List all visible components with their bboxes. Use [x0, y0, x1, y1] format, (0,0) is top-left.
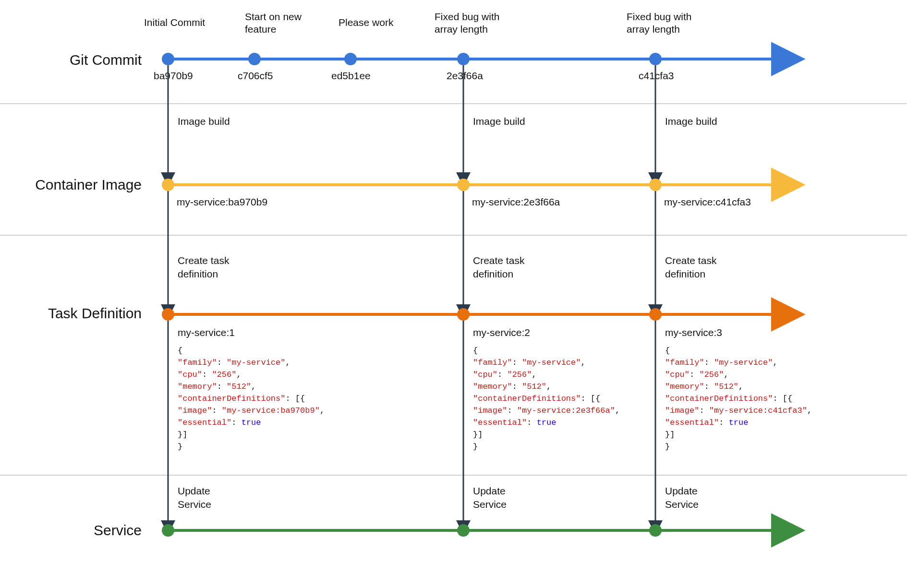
image-tag: my-service:c41cfa3: [664, 196, 751, 207]
taskdef-node: [649, 308, 662, 321]
svg-text:}]: }]: [178, 430, 187, 439]
step-create-taskdef: definition: [665, 268, 705, 279]
commit-hash: c706cf5: [238, 70, 273, 81]
step-update-service: Service: [473, 499, 507, 510]
pipeline-diagram: Git Commit Container Image Task Definiti…: [0, 0, 907, 588]
svg-text:"family": "my-service",: "family": "my-service",: [473, 358, 586, 367]
svg-text:"containerDefinitions": [{: "containerDefinitions": [{: [178, 394, 305, 403]
svg-text:{: {: [473, 346, 478, 355]
service-node: [162, 524, 174, 537]
step-image-build: Image build: [178, 116, 230, 127]
taskdef-name: my-service:2: [473, 327, 530, 338]
svg-text:}: }: [473, 442, 478, 451]
step-create-taskdef: Create task: [178, 255, 230, 266]
commit-msg: Fixed bug with: [627, 11, 691, 22]
commit-msg: Please work: [339, 17, 394, 28]
row-label-service: Service: [94, 522, 142, 538]
svg-text:}: }: [178, 442, 182, 451]
svg-text:"image": "my-service:c41cfa3",: "image": "my-service:c41cfa3",: [665, 406, 812, 415]
commit-node: [344, 53, 357, 65]
svg-text:"memory": "512",: "memory": "512",: [665, 382, 743, 391]
svg-text:"containerDefinitions": [{: "containerDefinitions": [{: [473, 394, 600, 403]
commit-hash: ba970b9: [154, 70, 193, 81]
taskdef-json: { "family": "my-service", "cpu": "256", …: [473, 346, 620, 451]
image-node: [457, 179, 470, 191]
commit-msg: array length: [435, 24, 488, 35]
svg-text:"essential": true: "essential": true: [665, 418, 748, 427]
commit-node: [457, 53, 470, 65]
step-create-taskdef: Create task: [473, 255, 525, 266]
svg-text:"cpu": "256",: "cpu": "256",: [665, 370, 729, 379]
commit-node: [162, 53, 174, 65]
commit-msg: array length: [627, 24, 680, 35]
taskdef-node: [162, 308, 174, 321]
svg-text:}: }: [665, 442, 670, 451]
commit-hash: ed5b1ee: [331, 70, 371, 81]
svg-text:}]: }]: [665, 430, 675, 439]
taskdef-name: my-service:3: [665, 327, 722, 338]
image-tag: my-service:2e3f66a: [472, 196, 560, 207]
image-node: [162, 179, 174, 191]
svg-text:"family": "my-service",: "family": "my-service",: [665, 358, 778, 367]
svg-text:{: {: [665, 346, 670, 355]
service-node: [457, 524, 470, 537]
row-label-git: Git Commit: [70, 52, 142, 68]
step-create-taskdef: definition: [178, 268, 218, 279]
svg-text:"memory": "512",: "memory": "512",: [473, 382, 551, 391]
svg-text:{: {: [178, 346, 182, 355]
image-node: [649, 179, 662, 191]
svg-text:"essential": true: "essential": true: [473, 418, 556, 427]
commit-hash: 2e3f66a: [447, 70, 483, 81]
row-label-taskdef: Task Definition: [48, 305, 142, 321]
taskdef-json: { "family": "my-service", "cpu": "256", …: [178, 346, 325, 451]
commit-msg: Initial Commit: [144, 17, 205, 28]
commit-msg: feature: [245, 24, 276, 35]
svg-text:"cpu": "256",: "cpu": "256",: [473, 370, 537, 379]
commit-msg: Fixed bug with: [435, 11, 499, 22]
commit-hash: c41cfa3: [639, 70, 674, 81]
service-node: [649, 524, 662, 537]
commit-node: [248, 53, 261, 65]
svg-text:"essential": true: "essential": true: [178, 418, 261, 427]
step-update-service: Service: [178, 499, 211, 510]
step-update-service: Update: [665, 485, 698, 496]
commit-msg: Start on new: [245, 11, 302, 22]
svg-text:}]: }]: [473, 430, 483, 439]
row-label-image: Container Image: [35, 177, 142, 192]
step-update-service: Service: [665, 499, 699, 510]
step-create-taskdef: Create task: [665, 255, 717, 266]
step-image-build: Image build: [473, 116, 525, 127]
taskdef-node: [457, 308, 470, 321]
svg-text:"image": "my-service:ba970b9",: "image": "my-service:ba970b9",: [178, 406, 325, 415]
svg-text:"containerDefinitions": [{: "containerDefinitions": [{: [665, 394, 792, 403]
step-update-service: Update: [178, 485, 210, 496]
step-create-taskdef: definition: [473, 268, 513, 279]
svg-text:"image": "my-service:2e3f66a",: "image": "my-service:2e3f66a",: [473, 406, 620, 415]
commit-node: [649, 53, 662, 65]
step-update-service: Update: [473, 485, 506, 496]
svg-text:"cpu": "256",: "cpu": "256",: [178, 370, 242, 379]
taskdef-name: my-service:1: [178, 327, 235, 338]
step-image-build: Image build: [665, 116, 717, 127]
image-tag: my-service:ba970b9: [177, 196, 267, 207]
taskdef-json: { "family": "my-service", "cpu": "256", …: [665, 346, 812, 451]
svg-text:"family": "my-service",: "family": "my-service",: [178, 358, 290, 367]
svg-text:"memory": "512",: "memory": "512",: [178, 382, 256, 391]
